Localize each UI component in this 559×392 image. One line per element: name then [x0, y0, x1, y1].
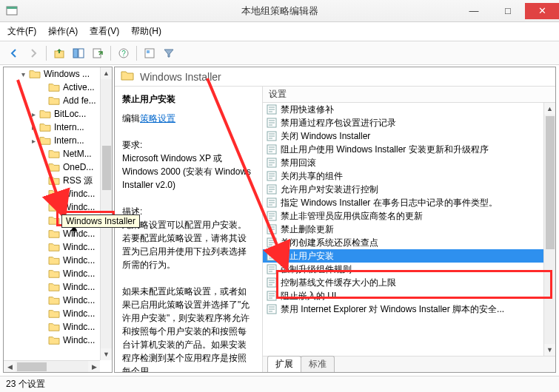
scroll-down-icon[interactable]: ▼	[101, 348, 113, 360]
tree-item[interactable]: Windc...	[4, 334, 100, 347]
tree-item-label: Windc...	[63, 255, 95, 266]
menu-action[interactable]: 操作(A)	[48, 25, 78, 38]
setting-row[interactable]: 关闭 Windows Installer	[263, 129, 543, 143]
tree-item[interactable]: Windc...	[4, 187, 100, 200]
setting-row[interactable]: 指定 Windows Installer 在事务日志中记录的事件类型。	[263, 196, 543, 209]
tree-item[interactable]: ▾Windows ...	[4, 67, 100, 81]
tree-item[interactable]: ▸BitLoc...	[4, 107, 100, 121]
tree-item[interactable]: Windc...	[4, 240, 100, 254]
setting-row[interactable]: 禁用 Internet Explorer 对 Windows Installer…	[263, 303, 543, 316]
tree-hscrollbar[interactable]: ◀ ▶	[4, 360, 100, 372]
setting-row[interactable]: 禁止用户安装	[263, 249, 543, 263]
setting-row[interactable]: 阻止嵌入的 UI	[263, 289, 543, 303]
content-pane: Windows Installer 禁止用户安装 编辑策略设置 要求: Micr…	[114, 67, 556, 373]
tree-item-label: Intern...	[54, 122, 84, 132]
svg-rect-4	[78, 49, 84, 58]
window-title: 本地组策略编辑器	[241, 4, 318, 18]
expand-icon[interactable]: ▸	[29, 124, 38, 132]
tree-item-label: Windc...	[63, 268, 95, 279]
setting-row[interactable]: 禁止删除更新	[263, 223, 543, 236]
expand-icon[interactable]: ▸	[29, 110, 38, 118]
close-button[interactable]: ✕	[525, 3, 559, 19]
edit-policy-link[interactable]: 策略设置	[140, 113, 175, 124]
maximize-button[interactable]: □	[491, 3, 525, 19]
folder-icon	[47, 268, 61, 280]
policy-icon	[266, 223, 278, 235]
help-button[interactable]: ?	[116, 45, 132, 61]
up-level-button[interactable]	[51, 45, 67, 61]
menu-view[interactable]: 查看(V)	[90, 25, 119, 38]
show-hide-tree-button[interactable]	[70, 45, 87, 61]
svg-rect-5	[93, 49, 101, 58]
tree-item[interactable]: Active...	[4, 81, 100, 94]
tab-standard[interactable]: 标准	[301, 356, 335, 372]
view-tabs: 扩展 标准	[263, 356, 555, 372]
tab-extended[interactable]: 扩展	[267, 356, 301, 372]
expand-icon[interactable]: ▾	[19, 70, 27, 78]
menu-file[interactable]: 文件(F)	[7, 25, 36, 38]
list-vscrollbar[interactable]: ▲ ▼	[543, 103, 555, 356]
options-button[interactable]	[141, 45, 158, 61]
setting-row[interactable]: 禁用快速修补	[263, 103, 543, 116]
tree-item[interactable]: ▸Intern...	[4, 121, 100, 134]
scroll-up-icon[interactable]: ▲	[101, 67, 113, 79]
tree-item-label: Windc...	[63, 335, 95, 345]
menu-help[interactable]: 帮助(H)	[131, 25, 161, 38]
scroll-right-icon[interactable]: ▶	[88, 361, 100, 373]
tree-vscrollbar[interactable]: ▲ ▼	[100, 67, 112, 360]
filter-button[interactable]	[161, 45, 177, 61]
tree-item[interactable]: Windc...	[4, 280, 100, 294]
scroll-left-icon[interactable]: ◀	[4, 361, 16, 373]
tree-item[interactable]: Windc...	[4, 320, 100, 334]
setting-row[interactable]: 允许用户对安装进行控制	[263, 183, 543, 196]
content-title: Windows Installer	[140, 71, 221, 83]
scroll-thumb[interactable]	[546, 116, 555, 249]
tree-item[interactable]: Add fe...	[4, 94, 100, 107]
export-list-button[interactable]	[90, 45, 106, 61]
tree-item[interactable]: Windc...	[4, 200, 100, 214]
folder-icon	[47, 81, 61, 93]
tree-item[interactable]: Windc...	[4, 267, 100, 280]
toolbar: ?	[0, 41, 559, 65]
column-header-setting[interactable]: 设置	[263, 87, 555, 103]
folder-icon	[47, 294, 61, 306]
setting-row[interactable]: 禁用回滚	[263, 156, 543, 169]
tree-item[interactable]: NetM...	[4, 147, 100, 160]
setting-row[interactable]: 关闭共享的组件	[263, 169, 543, 183]
folder-icon	[47, 148, 61, 160]
expand-icon[interactable]: ▸	[29, 137, 38, 145]
tree-item[interactable]: RSS 源	[4, 174, 100, 187]
policy-icon	[266, 157, 278, 169]
scroll-down-icon[interactable]: ▼	[544, 344, 556, 356]
setting-row[interactable]: 阻止用户使用 Windows Installer 安装更新和升级程序	[263, 143, 543, 156]
tree-item[interactable]: Windc...	[4, 294, 100, 307]
setting-row[interactable]: 禁止非管理员应用供应商签名的更新	[263, 209, 543, 223]
setting-label: 禁止删除更新	[281, 223, 334, 236]
folder-icon	[47, 281, 61, 293]
setting-row[interactable]: 控制基线文件缓存大小的上限	[263, 276, 543, 289]
tree-item[interactable]: OneD...	[4, 160, 100, 174]
tree-item[interactable]: Windc...	[4, 307, 100, 320]
setting-label: 强制升级组件规则	[281, 263, 352, 276]
folder-icon	[47, 201, 61, 213]
tree-item-label: NetM...	[63, 149, 92, 159]
back-button[interactable]	[6, 45, 22, 61]
policy-icon	[266, 197, 278, 209]
minimize-button[interactable]: ―	[457, 3, 491, 19]
window-icon	[6, 5, 18, 17]
tree-item[interactable]: Windc...	[4, 254, 100, 267]
setting-row[interactable]: 禁用通过程序包设置进行记录	[263, 116, 543, 129]
scroll-thumb[interactable]	[17, 362, 47, 371]
forward-button[interactable]	[25, 45, 41, 61]
setting-row[interactable]: 强制升级组件规则	[263, 263, 543, 276]
tree-item[interactable]: Windc...	[4, 227, 100, 240]
policy-icon	[266, 263, 278, 275]
folder-icon	[38, 121, 53, 133]
scroll-thumb[interactable]	[102, 146, 111, 190]
policy-icon	[266, 303, 278, 315]
setting-row[interactable]: 关闭创建系统还原检查点	[263, 236, 543, 249]
scroll-up-icon[interactable]: ▲	[544, 103, 556, 115]
tree-item[interactable]: ▸Intern...	[4, 134, 100, 147]
policy-icon	[266, 130, 278, 142]
tree-item[interactable]: Windc...	[4, 214, 100, 227]
